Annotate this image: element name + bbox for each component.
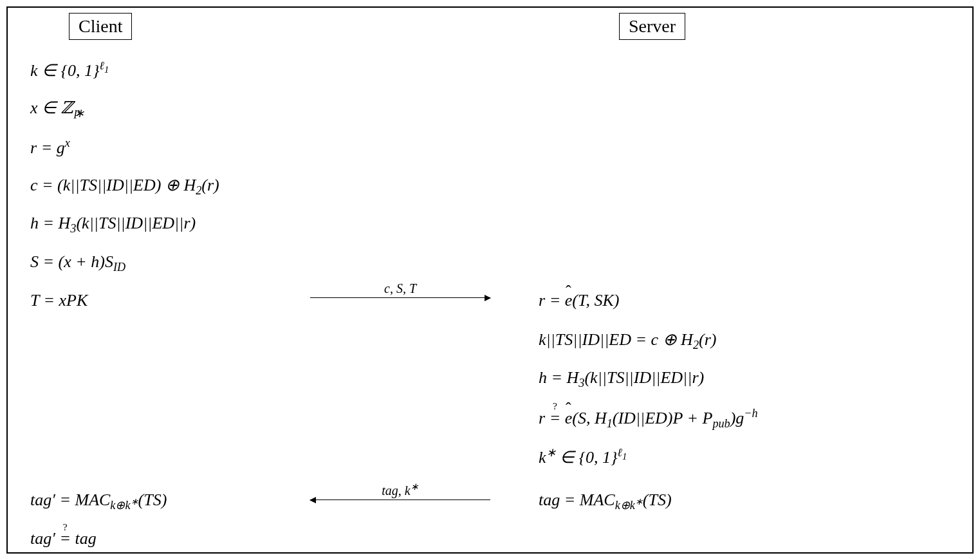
arrow-left-icon xyxy=(310,499,490,500)
arrow-server-to-client: tag, k∗ xyxy=(310,481,490,500)
client-step-1: k ∈ {0, 1}ℓ1 xyxy=(30,59,109,80)
client-step-4: c = (k||TS||ID||ED) ⊕ H2(r) xyxy=(30,175,219,198)
arrow-1-label: c, S, T xyxy=(384,281,416,296)
client-step-6: S = (x + h)SID xyxy=(30,252,125,274)
client-label: Client xyxy=(79,16,122,36)
server-step-3: h = H3(k||TS||ID||ED||r) xyxy=(539,368,704,390)
client-step-9: tag′ ?= tag xyxy=(30,529,97,548)
arrow-right-icon xyxy=(310,297,490,298)
server-header: Server xyxy=(619,13,685,40)
client-step-8: tag′ = MACk⊕k∗(TS) xyxy=(30,490,167,512)
server-step-5: k∗ ∈ {0, 1}ℓ1 xyxy=(539,445,627,467)
server-step-4: r ?= e(S, H1(ID||ED)P + Ppub)g−h xyxy=(539,407,758,431)
server-step-2: k||TS||ID||ED = c ⊕ H2(r) xyxy=(539,330,716,352)
client-step-7: T = xPK xyxy=(30,291,88,310)
protocol-diagram: Client Server k ∈ {0, 1}ℓ1 x ∈ ℤ∗p r = g… xyxy=(6,6,974,554)
client-step-5: h = H3(k||TS||ID||ED||r) xyxy=(30,214,196,236)
client-header: Client xyxy=(69,13,132,40)
server-step-6: tag = MACk⊕k∗(TS) xyxy=(539,490,672,512)
client-step-2: x ∈ ℤ∗p xyxy=(30,98,73,118)
server-label: Server xyxy=(629,16,676,36)
client-step-3: r = gx xyxy=(30,136,70,158)
arrow-2-label: tag, k∗ xyxy=(382,481,418,498)
server-step-1: r = e(T, SK) xyxy=(539,291,619,310)
arrow-client-to-server: c, S, T xyxy=(310,281,490,298)
